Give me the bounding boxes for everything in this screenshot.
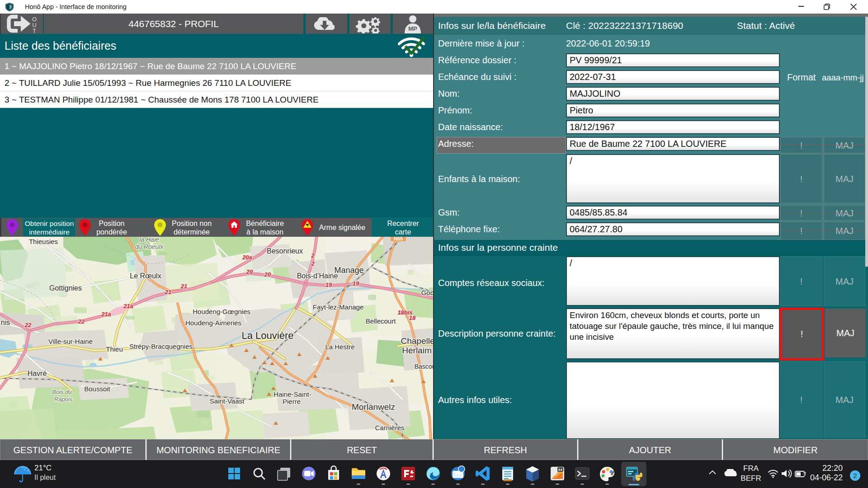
svg-text:22: 22 <box>78 318 85 325</box>
svg-text:2: 2 <box>311 260 315 267</box>
svg-text:La Hestre: La Hestre <box>325 343 354 351</box>
svg-text:Ville-sur-Haine: Ville-sur-Haine <box>48 338 93 345</box>
svg-text:21: 21 <box>180 283 187 290</box>
svg-text:Chapelle: Chapelle <box>401 336 434 346</box>
svg-text:Bois-d’Haine: Bois-d’Haine <box>297 272 338 280</box>
svg-text:18: 18 <box>409 314 416 321</box>
svg-text:Houdeng-Gœgnies: Houdeng-Gœgnies <box>193 308 250 315</box>
svg-text:19: 19 <box>353 280 359 287</box>
svg-text:Goda: Goda <box>421 289 433 296</box>
svg-text:Herlaim: Herlaim <box>402 346 431 355</box>
svg-text:Boussoit: Boussoit <box>84 385 110 393</box>
svg-text:T: T <box>33 28 36 33</box>
svg-text:Bellecourt: Bellecourt <box>366 317 396 325</box>
svg-text:Rapois: Rapois <box>54 396 73 403</box>
svg-text:Le Rœulx: Le Rœulx <box>130 272 161 280</box>
svg-text:Pierre: Pierre <box>283 398 301 405</box>
svg-text:Gottignies: Gottignies <box>49 284 82 292</box>
svg-text:21a: 21a <box>101 311 111 318</box>
svg-text:64: 64 <box>558 468 562 472</box>
svg-text:21: 21 <box>165 289 171 296</box>
svg-text:nis: nis <box>1 319 10 326</box>
svg-text:20: 20 <box>264 271 271 278</box>
svg-text:20a: 20a <box>242 254 252 261</box>
svg-text:Thieusies: Thieusies <box>29 238 58 245</box>
svg-text:Manage: Manage <box>334 266 363 275</box>
svg-text:Saint-Vaast: Saint-Vaast <box>210 397 245 405</box>
svg-text:2: 2 <box>311 252 315 259</box>
svg-text:20: 20 <box>246 268 253 275</box>
svg-text:Strépy-Bracquegnies: Strépy-Bracquegnies <box>129 343 193 350</box>
svg-text:Haine-Saint-: Haine-Saint- <box>274 390 311 398</box>
svg-text:19: 19 <box>326 282 332 288</box>
svg-text:du Roeulx: du Roeulx <box>135 243 164 250</box>
svg-text:Houdeng-Aimeries: Houdeng-Aimeries <box>185 319 241 327</box>
svg-text:la Haie: la Haie <box>139 237 159 243</box>
svg-text:22: 22 <box>24 322 32 328</box>
svg-text:Bascou: Bascou <box>415 363 433 370</box>
svg-text:Fayt-lez-Manage: Fayt-lez-Manage <box>313 303 364 311</box>
svg-text:Bois du: Bois du <box>52 389 71 395</box>
svg-text:Carnières: Carnières <box>375 424 404 432</box>
svg-text:MP: MP <box>408 25 417 32</box>
svg-text:21a: 21a <box>123 303 133 310</box>
svg-text:Havré: Havré <box>28 370 47 377</box>
svg-text:Besonrieux: Besonrieux <box>267 247 303 255</box>
svg-text:La Louvière: La Louvière <box>242 330 294 341</box>
svg-text:N55: N55 <box>394 237 403 241</box>
svg-text:Thieu: Thieu <box>106 345 123 353</box>
svg-text:Morlanwelz: Morlanwelz <box>352 402 395 412</box>
